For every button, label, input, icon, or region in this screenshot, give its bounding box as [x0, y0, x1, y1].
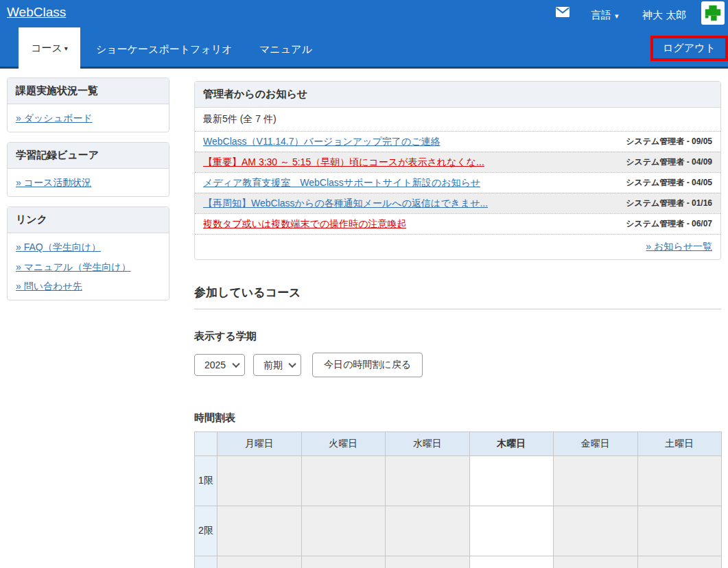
announcement-meta: システム管理者 - 06/07	[626, 218, 712, 230]
announcements-summary: 最新5件 (全 7 件)	[195, 108, 720, 131]
timetable-day-header: 火曜日	[301, 432, 386, 456]
announcement-row: 複数タブ或いは複数端末での操作時の注意喚起 システム管理者 - 06/07	[195, 213, 720, 234]
sidebar-link[interactable]: » マニュアル（学生向け）	[16, 261, 131, 272]
user-name: 神大 太郎	[642, 9, 686, 22]
sidebar-link[interactable]: » コース活動状況	[16, 177, 91, 188]
sidebar-panel: 課題実施状況一覧 » ダッシュボード	[7, 78, 169, 132]
announcement-link[interactable]: WebClass（V11.14.7）バージョンアップ完了のご連絡	[203, 136, 441, 148]
announcement-row: 【再周知】WebClassからの各種通知メールへの返信はできませ... システム…	[195, 193, 720, 213]
sidebar: 課題実施状況一覧 » ダッシュボード 学習記録ビューア » コース活動状況 リン…	[7, 78, 169, 310]
sidebar-panel-links: » コース活動状況	[8, 169, 169, 196]
sidebar-link-item: » 問い合わせ先	[8, 276, 169, 296]
announcement-date: 09/05	[692, 137, 712, 146]
announcement-link[interactable]: 【再周知】WebClassからの各種通知メールへの返信はできませ...	[203, 198, 488, 210]
timetable-body: 1限2限3限	[195, 456, 722, 568]
semester-controls: 2025 前期 今日の時間割に戻る	[194, 353, 721, 377]
timetable-cell	[301, 456, 386, 506]
announcement-row: メディア教育支援室 WebClassサポートサイト新設のお知らせ システム管理者…	[195, 172, 720, 193]
sidebar-panel: リンク » FAQ（学生向け）» マニュアル（学生向け）» 問い合わせ先	[7, 206, 169, 300]
announcement-meta-sep: -	[684, 137, 692, 146]
timetable-day-header: 金曜日	[554, 432, 638, 456]
sidebar-panel-links: » FAQ（学生向け）» マニュアル（学生向け）» 問い合わせ先	[8, 233, 169, 300]
sidebar-panel-title: 課題実施状況一覧	[8, 78, 169, 104]
timetable-title: 時間割表	[194, 412, 721, 425]
timetable-cell	[218, 506, 302, 556]
announcement-meta: システム管理者 - 04/05	[626, 177, 712, 189]
announcement-author: システム管理者	[626, 178, 684, 187]
announcement-date: 01/16	[692, 198, 712, 208]
announcements-more-link[interactable]: » お知らせ一覧	[646, 241, 712, 252]
timetable-cell	[469, 506, 554, 556]
announcement-link[interactable]: 【重要】AM 3:30 ～ 5:15（早朝）頃にコースが表示されなくな...	[203, 156, 484, 169]
timetable-cell	[637, 506, 722, 556]
announcement-link[interactable]: メディア教育支援室 WebClassサポートサイト新設のお知らせ	[203, 177, 480, 189]
timetable-cell	[386, 556, 470, 568]
today-timetable-button[interactable]: 今日の時間割に戻る	[312, 353, 423, 377]
year-select[interactable]: 2025	[194, 354, 245, 376]
timetable-corner-cell	[195, 432, 218, 456]
sidebar-link[interactable]: » ダッシュボード	[16, 113, 93, 123]
year-select-wrap: 2025	[194, 354, 245, 376]
timetable-day-header: 月曜日	[218, 432, 302, 456]
timetable-day-header: 水曜日	[386, 432, 470, 456]
timetable-day-header: 木曜日	[469, 432, 554, 456]
sidebar-link-item: » FAQ（学生向け）	[8, 237, 169, 257]
term-select[interactable]: 前期	[253, 354, 301, 376]
announcement-meta-sep: -	[684, 198, 692, 208]
announcement-row: WebClass（V11.14.7）バージョンアップ完了のご連絡 システム管理者…	[195, 131, 720, 152]
announcement-meta: システム管理者 - 04/09	[626, 156, 712, 168]
sidebar-panel-title: リンク	[8, 207, 169, 233]
timetable-cell	[386, 506, 470, 556]
language-menu[interactable]: 言語▾	[591, 9, 619, 22]
announcement-date: 06/07	[692, 219, 712, 228]
sidebar-link[interactable]: » 問い合わせ先	[16, 281, 82, 292]
timetable-cell	[301, 506, 386, 556]
timetable-row: 2限	[195, 506, 722, 556]
announcements-title: 管理者からのお知らせ	[195, 82, 720, 108]
announcement-rows: WebClass（V11.14.7）バージョンアップ完了のご連絡 システム管理者…	[195, 131, 720, 234]
timetable-cell	[554, 456, 638, 506]
timetable-cell	[637, 556, 722, 568]
sidebar-panel: 学習記録ビューア » コース活動状況	[7, 142, 169, 197]
timetable-cell	[554, 556, 638, 568]
timetable-day-header: 土曜日	[637, 432, 722, 456]
announcement-meta: システム管理者 - 09/05	[626, 136, 712, 147]
mail-button[interactable]	[556, 7, 570, 17]
sidebar-panel-links: » ダッシュボード	[8, 104, 169, 132]
sidebar-link[interactable]: » FAQ（学生向け）	[16, 241, 101, 252]
timetable-period-header: 1限	[195, 456, 218, 506]
announcement-date: 04/05	[692, 178, 712, 187]
sidebar-link-item: » ダッシュボード	[8, 108, 169, 128]
timetable-row: 1限	[195, 456, 722, 506]
nav-showcase[interactable]: ショーケースポートフォリオ	[96, 43, 233, 56]
language-label: 言語	[591, 9, 611, 21]
brand-link[interactable]: WebClass	[7, 5, 66, 20]
nav-manual[interactable]: マニュアル	[259, 43, 312, 56]
top-header: WebClass 言語▾ 神大 太郎 コース▾ ショーケースポートフォリオ マニ…	[0, 0, 728, 69]
term-select-wrap: 前期	[253, 354, 301, 376]
timetable-cell	[554, 506, 638, 556]
logout-button[interactable]: ログアウト	[653, 38, 725, 58]
semester-label: 表示する学期	[194, 330, 721, 343]
tab-course[interactable]: コース▾	[19, 27, 80, 69]
announcement-author: システム管理者	[626, 157, 684, 167]
announcement-meta: システム管理者 - 01/16	[626, 198, 712, 209]
announcement-author: システム管理者	[626, 137, 684, 146]
announcement-row: 【重要】AM 3:30 ～ 5:15（早朝）頃にコースが表示されなくな... シ…	[195, 152, 720, 172]
tab-course-label: コース	[31, 42, 62, 55]
sidebar-panel-title: 学習記録ビューア	[8, 143, 169, 169]
announcement-meta-sep: -	[684, 157, 692, 167]
avatar	[701, 1, 725, 25]
timetable-cell	[469, 456, 554, 506]
main-content: 管理者からのお知らせ 最新5件 (全 7 件) WebClass（V11.14.…	[194, 81, 721, 568]
chevron-down-icon: ▾	[615, 12, 619, 20]
timetable-cell	[469, 556, 554, 568]
timetable-cell	[637, 456, 722, 506]
mail-icon	[556, 7, 570, 17]
sidebar-link-item: » マニュアル（学生向け）	[8, 257, 169, 276]
announcement-link[interactable]: 複数タブ或いは複数端末での操作時の注意喚起	[203, 218, 406, 230]
announcement-author: システム管理者	[626, 198, 684, 208]
timetable-cell	[386, 456, 470, 506]
sidebar-link-item: » コース活動状況	[8, 173, 169, 192]
timetable-cell	[301, 556, 386, 568]
